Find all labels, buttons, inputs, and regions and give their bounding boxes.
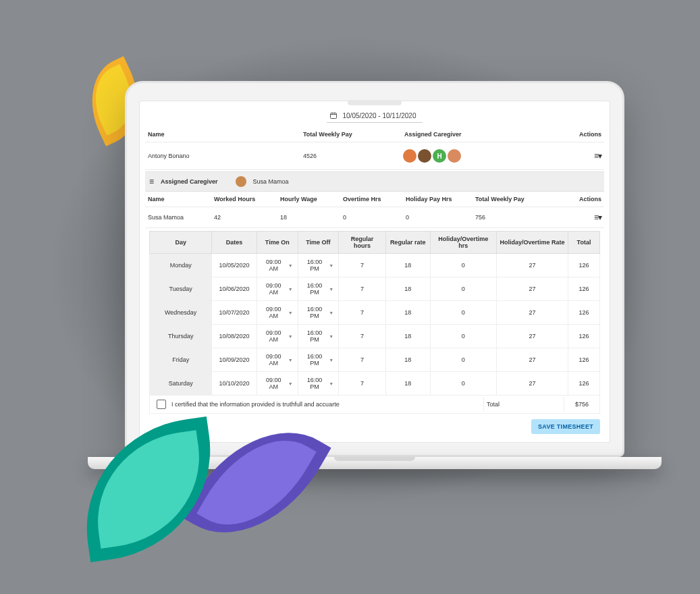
row-time-off[interactable]: 16:00 PM ▼ [298, 372, 339, 396]
row-total: 126 [568, 325, 599, 348]
row-total: 126 [568, 254, 599, 277]
list-icon: ≡ [149, 178, 154, 186]
row-reg-rate: 18 [385, 277, 430, 301]
chevron-down-icon: ▼ [288, 334, 293, 339]
row-day: Saturday [150, 372, 212, 396]
row-time-on[interactable]: 09:00 AM ▼ [257, 277, 298, 301]
row-reg-hours: 7 [339, 372, 385, 396]
sub-total-label: Total Weekly Pay [473, 192, 565, 207]
caregiver-avatars: H [404, 148, 561, 164]
row-time-on[interactable]: 09:00 AM ▼ [257, 325, 298, 348]
assigned-caregiver-bar: ≡ Assigned Caregiver Susa Mamoa [145, 171, 604, 192]
det-total: Total [568, 232, 599, 254]
det-hol-h: Holiday/Overtime hrs [430, 232, 497, 254]
row-hol-hours: 0 [430, 254, 497, 277]
row-time-on[interactable]: 09:00 AM ▼ [257, 301, 298, 325]
row-total: 126 [568, 301, 599, 325]
row-reg-rate: 18 [385, 254, 430, 277]
row-day: Monday [150, 254, 212, 277]
caregiver-summary-holiday: 0 [403, 207, 473, 228]
caregiver-avatar [236, 176, 246, 187]
row-reg-hours: 7 [339, 277, 385, 301]
row-hol-hours: 0 [430, 348, 497, 372]
col-name-label: Name [148, 131, 303, 138]
row-time-off[interactable]: 16:00 PM ▼ [298, 254, 339, 277]
client-table-header: Name Total Weekly Pay Assigned Caregiver… [145, 127, 604, 142]
sub-holiday-label: Holiday Pay Hrs [403, 192, 473, 207]
row-time-on[interactable]: 09:00 AM ▼ [257, 348, 298, 372]
caregiver-summary-total: 756 [473, 207, 565, 228]
row-time-on[interactable]: 09:00 AM ▼ [257, 372, 298, 396]
row-total: 126 [568, 277, 599, 301]
chevron-down-icon: ▼ [329, 287, 333, 292]
row-time-on[interactable]: 09:00 AM ▼ [257, 254, 298, 277]
caregiver-summary-table: Name Worked Hours Hourly Wage Overtime H… [145, 192, 604, 228]
sub-worked-label: Worked Hours [211, 192, 277, 207]
sub-overtime-label: Overtime Hrs [340, 192, 403, 207]
col-pay-label: Total Weekly Pay [303, 131, 404, 138]
row-total: 126 [568, 372, 599, 396]
laptop-notch [348, 100, 402, 105]
avatar[interactable] [446, 148, 462, 164]
row-reg-hours: 7 [339, 348, 385, 372]
row-reg-rate: 18 [385, 348, 430, 372]
date-range-picker[interactable]: 10/05/2020 - 10/11/2020 [327, 109, 423, 123]
caregiver-summary-wage: 18 [277, 207, 340, 228]
timesheet-row: Thursday10/08/202009:00 AM ▼16:00 PM ▼71… [150, 325, 600, 348]
leaf-decor-bottom-left [73, 416, 224, 562]
row-day: Thursday [150, 325, 212, 348]
grand-total-value: $756 [564, 397, 599, 412]
row-day: Friday [150, 348, 212, 372]
certify-checkbox[interactable] [157, 400, 166, 409]
det-reg-r: Regular rate [385, 232, 430, 254]
client-row: Antony Bonano 4526 H ≡▾ [145, 142, 604, 170]
timesheet-row: Monday10/05/202009:00 AM ▼16:00 PM ▼7180… [150, 254, 600, 277]
row-date: 10/08/2020 [212, 325, 257, 348]
row-time-off[interactable]: 16:00 PM ▼ [298, 348, 339, 372]
row-day: Tuesday [150, 277, 212, 301]
sub-name-label: Name [145, 192, 211, 207]
det-hol-r: Holiday/Overtime Rate [497, 232, 568, 254]
certify-row: I certified that the information provide… [149, 396, 600, 414]
grand-total-label: Total [483, 397, 564, 412]
sub-actions-label: Actions [565, 192, 604, 207]
det-day: Day [150, 232, 212, 254]
chevron-down-icon: ▼ [288, 358, 293, 362]
row-date: 10/06/2020 [212, 277, 257, 301]
chevron-down-icon: ▼ [329, 358, 333, 362]
avatar[interactable] [402, 148, 418, 164]
timesheet-row: Tuesday10/06/202009:00 AM ▼16:00 PM ▼718… [150, 277, 600, 301]
chevron-down-icon: ▼ [329, 381, 333, 386]
row-hol-hours: 0 [430, 372, 497, 396]
row-hol-rate: 27 [497, 348, 568, 372]
timesheet-row: Saturday10/10/202009:00 AM ▼16:00 PM ▼71… [150, 372, 600, 396]
row-hol-hours: 0 [430, 277, 497, 301]
timesheet-row: Wednesday10/07/202009:00 AM ▼16:00 PM ▼7… [150, 301, 600, 325]
avatar[interactable] [416, 148, 433, 164]
date-range-text: 10/05/2020 - 10/11/2020 [343, 112, 416, 119]
row-reg-hours: 7 [339, 254, 385, 277]
row-time-off[interactable]: 16:00 PM ▼ [298, 325, 339, 348]
laptop-frame: 10/05/2020 - 10/11/2020 Name Total Weekl… [125, 81, 624, 469]
row-time-off[interactable]: 16:00 PM ▼ [298, 277, 339, 301]
avatar[interactable]: H [431, 148, 448, 164]
row-time-off[interactable]: 16:00 PM ▼ [298, 301, 339, 325]
sub-wage-label: Hourly Wage [277, 192, 340, 207]
app-screen: 10/05/2020 - 10/11/2020 Name Total Weekl… [139, 101, 610, 443]
chevron-down-icon: ▼ [329, 310, 333, 315]
calendar-icon [329, 111, 338, 119]
row-date: 10/05/2020 [212, 254, 257, 277]
caregiver-name: Susa Mamoa [253, 178, 289, 185]
row-reg-rate: 18 [385, 372, 430, 396]
col-actions-label: Actions [561, 131, 601, 138]
save-timesheet-button[interactable]: SAVE TIMESHEET [531, 419, 600, 434]
row-date: 10/07/2020 [212, 301, 257, 325]
timesheet-detail-table: Day Dates Time On Time Off Regular hours… [149, 231, 600, 396]
det-time-on: Time On [257, 232, 298, 254]
caregiver-actions-menu[interactable]: ≡▾ [594, 213, 601, 222]
row-date: 10/09/2020 [212, 348, 257, 372]
assigned-caregiver-label: Assigned Caregiver [161, 178, 218, 185]
row-hol-rate: 27 [497, 301, 568, 325]
det-time-off: Time Off [298, 232, 339, 254]
client-actions-menu[interactable]: ≡▾ [594, 151, 601, 161]
